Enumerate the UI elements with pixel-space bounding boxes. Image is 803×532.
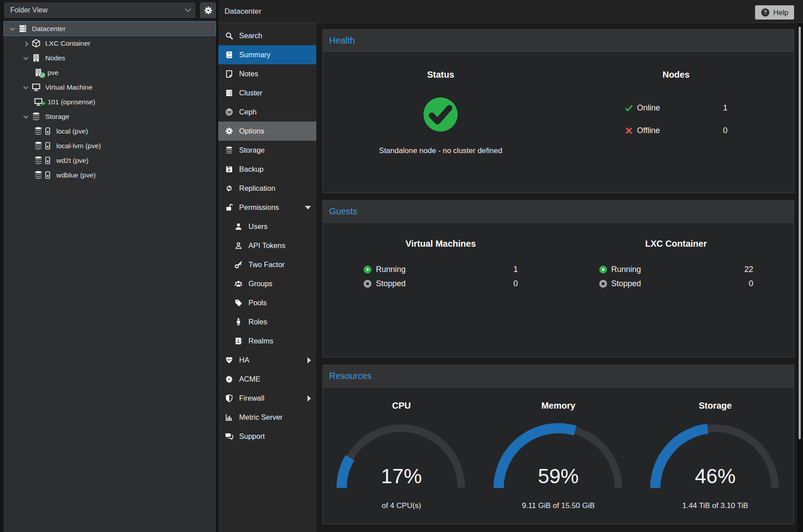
tree-item-label: wd2t (pve) bbox=[56, 157, 88, 165]
menu-item-acme[interactable]: ACME bbox=[218, 370, 316, 389]
tree-item-virtual-machine[interactable]: Virtual Machine bbox=[4, 80, 216, 95]
tree-item-nodes[interactable]: Nodes bbox=[4, 51, 216, 65]
chevron-down-icon[interactable] bbox=[20, 80, 31, 95]
menu-item-replication[interactable]: Replication bbox=[218, 179, 316, 198]
menu-item-metric-server[interactable]: Metric Server bbox=[218, 408, 316, 427]
resource-tree: DatacenterLXC ContainerNodespveVirtual M… bbox=[4, 21, 216, 532]
menu-item-label: Replication bbox=[239, 184, 276, 193]
menu-item-backup[interactable]: Backup bbox=[218, 160, 316, 179]
user-o-icon bbox=[234, 241, 243, 250]
chevron-down-icon[interactable] bbox=[20, 109, 31, 124]
gear-icon bbox=[224, 127, 234, 135]
nodes-label: Offline bbox=[637, 126, 660, 135]
play-circle-icon bbox=[599, 265, 607, 274]
play-circle-icon bbox=[363, 265, 372, 274]
menu-item-support[interactable]: Support bbox=[218, 427, 316, 446]
resource-memory: Memory59%9.11 GiB of 15.50 GiB bbox=[480, 387, 637, 510]
nodes-heading: Nodes bbox=[662, 70, 689, 80]
menu-item-label: Ceph bbox=[239, 108, 256, 116]
resource-tree-panel: Folder View DatacenterLXC ContainerNodes… bbox=[4, 0, 216, 532]
main-scrollbar-track[interactable] bbox=[797, 23, 803, 532]
view-mode-select[interactable]: Folder View bbox=[4, 3, 195, 18]
tree-item-lxc-container[interactable]: LXC Container bbox=[4, 36, 216, 51]
help-button[interactable]: Help bbox=[755, 5, 794, 20]
guests-status-list: Running22Stopped0 bbox=[599, 262, 753, 291]
menu-item-pools[interactable]: Pools bbox=[218, 293, 316, 312]
menu-item-options[interactable]: Options bbox=[218, 122, 316, 141]
server-icon bbox=[18, 24, 28, 33]
building-icon bbox=[31, 53, 41, 63]
comments-icon bbox=[224, 432, 234, 441]
menu-item-label: API Tokens bbox=[248, 241, 285, 250]
shield-icon bbox=[225, 394, 233, 402]
menu-item-notes[interactable]: Notes bbox=[218, 64, 316, 83]
virtual-machines-value: 0 bbox=[513, 279, 518, 288]
unlock-icon bbox=[225, 203, 233, 212]
resource-gauge-storage: 46% bbox=[649, 422, 782, 494]
menu-item-firewall[interactable]: Firewall bbox=[218, 389, 316, 408]
virtual-machines-value: 1 bbox=[513, 265, 518, 274]
chevron-down-icon[interactable] bbox=[7, 22, 18, 35]
menu-item-cluster[interactable]: Cluster bbox=[218, 83, 316, 102]
db-icon bbox=[225, 146, 233, 154]
menu-item-realms[interactable]: Realms bbox=[218, 331, 316, 351]
nodes-row-online: Online1 bbox=[625, 97, 728, 119]
main-scrollbar-thumb[interactable] bbox=[799, 27, 801, 439]
tree-item-label: local-lvm (pve) bbox=[56, 142, 101, 150]
menu-item-summary[interactable]: Summary bbox=[218, 45, 316, 64]
tree-item-label: Nodes bbox=[45, 54, 65, 62]
lxc-container-value: 22 bbox=[744, 265, 753, 274]
tree-item-101-opnsense[interactable]: 101 (opnsense) bbox=[4, 95, 216, 109]
tree-item-local-pve[interactable]: local (pve) bbox=[4, 124, 216, 138]
menu-item-ceph[interactable]: Ceph bbox=[218, 102, 316, 122]
chevron-right-icon[interactable] bbox=[20, 36, 31, 51]
key-icon bbox=[234, 260, 243, 269]
guests-column-virtual-machines: Virtual MachinesRunning1Stopped0 bbox=[323, 223, 559, 291]
db-icon bbox=[31, 112, 41, 121]
addressbook-icon bbox=[234, 337, 243, 345]
nodes-status-list: Online1Offline0 bbox=[625, 97, 728, 142]
note-icon bbox=[224, 70, 234, 78]
drive-icon bbox=[43, 142, 52, 150]
resource-percent: 46% bbox=[649, 464, 782, 488]
resource-storage: Storage46%1.44 TiB of 3.10 TiB bbox=[637, 387, 794, 510]
resource-heading: Storage bbox=[699, 401, 732, 411]
status-message: Standalone node - no cluster defined bbox=[379, 146, 502, 155]
drive-icon bbox=[43, 127, 52, 135]
menu-item-groups[interactable]: Groups bbox=[218, 274, 316, 293]
resource-percent: 17% bbox=[335, 464, 468, 488]
users-icon bbox=[234, 280, 243, 288]
server-icon bbox=[225, 89, 233, 97]
tree-item-wdblue-pve[interactable]: wdblue (pve) bbox=[4, 168, 216, 182]
male-icon bbox=[234, 318, 243, 326]
menu-item-ha[interactable]: HA bbox=[218, 351, 316, 370]
menu-item-label: Metric Server bbox=[239, 413, 283, 422]
resource-heading: CPU bbox=[392, 401, 411, 411]
lxc-container-row-stopped: Stopped0 bbox=[599, 276, 753, 291]
nodes-label: Online bbox=[637, 103, 660, 113]
tree-settings-button[interactable] bbox=[200, 2, 216, 18]
menu-item-two-factor[interactable]: Two Factor bbox=[218, 255, 316, 274]
menu-item-users[interactable]: Users bbox=[218, 217, 316, 236]
menu-item-storage[interactable]: Storage bbox=[218, 141, 316, 160]
tag-icon bbox=[234, 299, 243, 307]
tree-item-pve[interactable]: pve bbox=[4, 65, 216, 80]
tree-item-datacenter[interactable]: Datacenter bbox=[4, 21, 216, 36]
virtual-machines-row-stopped: Stopped0 bbox=[363, 276, 518, 291]
menu-item-search[interactable]: Search bbox=[218, 26, 316, 45]
search-icon bbox=[224, 32, 234, 40]
tree-item-wd2t-pve[interactable]: wd2t (pve) bbox=[4, 153, 216, 168]
building-icon bbox=[34, 68, 43, 77]
tree-item-storage[interactable]: Storage bbox=[4, 109, 216, 124]
menu-item-api-tokens[interactable]: API Tokens bbox=[218, 236, 316, 255]
floppy-icon bbox=[224, 165, 234, 173]
chevron-down-icon[interactable] bbox=[20, 51, 31, 65]
resource-gauge-cpu: 17% bbox=[335, 422, 468, 494]
menu-item-permissions[interactable]: Permissions bbox=[218, 198, 316, 217]
db-icon bbox=[31, 112, 41, 121]
health-panel-title: Health bbox=[323, 30, 794, 52]
tree-item-local-lvm-pve[interactable]: local-lvm (pve) bbox=[4, 138, 216, 153]
note-icon bbox=[225, 70, 233, 78]
menu-item-roles[interactable]: Roles bbox=[218, 312, 316, 331]
gear-icon bbox=[204, 6, 213, 15]
